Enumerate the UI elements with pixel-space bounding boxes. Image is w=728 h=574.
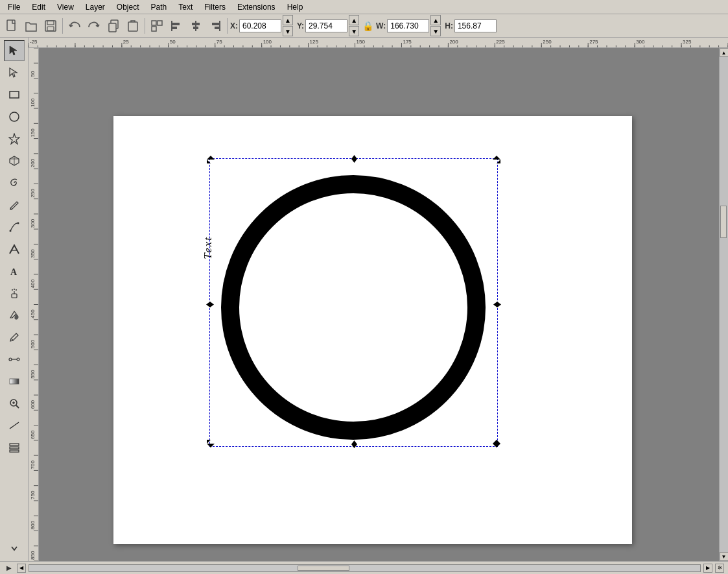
connect-tool-btn[interactable] <box>4 349 25 370</box>
svg-point-51 <box>230 184 476 431</box>
svg-point-28 <box>17 222 19 224</box>
scrollbar-horizontal[interactable] <box>29 564 701 572</box>
svg-rect-6 <box>128 22 137 31</box>
svg-point-33 <box>16 289 17 291</box>
snap-expand-btn[interactable] <box>4 538 25 558</box>
svg-rect-47 <box>10 447 19 449</box>
svg-marker-52 <box>207 156 215 160</box>
3dbox-tool-btn[interactable] <box>4 150 25 171</box>
sel-handle-tr[interactable] <box>493 156 500 165</box>
menu-layer[interactable]: Layer <box>80 2 110 12</box>
y-inc-button[interactable]: ▲ <box>349 15 359 25</box>
svg-marker-55 <box>351 159 357 163</box>
new-button[interactable] <box>3 17 21 35</box>
x-input[interactable] <box>239 19 281 32</box>
menu-help[interactable]: Help <box>282 2 309 12</box>
paste-button[interactable] <box>124 17 142 35</box>
menu-object[interactable]: Object <box>112 2 145 12</box>
snap-button[interactable] <box>148 17 166 35</box>
spray-tool-btn[interactable] <box>4 283 25 304</box>
pen-tool-btn[interactable] <box>4 217 25 237</box>
calligraphy-tool-btn[interactable] <box>4 239 25 259</box>
main-layout: A <box>0 38 728 561</box>
layers-panel-btn[interactable] <box>4 437 25 458</box>
x-label: X: <box>230 21 238 30</box>
svg-rect-38 <box>10 379 19 384</box>
svg-marker-60 <box>497 302 501 307</box>
svg-marker-20 <box>10 68 17 77</box>
menubar: File Edit View Layer Object Path Text Fi… <box>0 0 728 14</box>
redo-button[interactable] <box>85 17 103 35</box>
star-tool-btn[interactable] <box>4 128 25 149</box>
node-tool-btn[interactable] <box>4 62 25 83</box>
sel-handle-tc[interactable] <box>351 155 357 165</box>
menu-path[interactable]: Path <box>146 2 172 12</box>
svg-marker-23 <box>9 134 19 144</box>
svg-text:A: A <box>10 267 18 277</box>
align-right-button[interactable] <box>206 17 224 35</box>
y-input[interactable] <box>305 19 347 32</box>
scroll-left-button[interactable]: ◀ <box>17 564 26 573</box>
scroll-thumb-horizontal[interactable] <box>298 566 349 571</box>
scroll-right-button[interactable]: ▶ <box>703 564 712 573</box>
canvas-area: Text <box>29 38 728 561</box>
sep3 <box>227 18 228 34</box>
menu-edit[interactable]: Edit <box>27 2 51 12</box>
open-button[interactable] <box>22 17 40 35</box>
zoom-tool-btn[interactable] <box>4 393 25 414</box>
w-dec-button[interactable]: ▼ <box>430 26 441 36</box>
menu-filters[interactable]: Filters <box>199 2 231 12</box>
scroll-up-button[interactable]: ▲ <box>720 48 729 57</box>
svg-rect-3 <box>47 27 54 30</box>
fill-tool-btn[interactable] <box>4 305 25 326</box>
svg-rect-15 <box>193 27 198 29</box>
undo-button[interactable] <box>65 17 84 35</box>
x-dec-button[interactable]: ▼ <box>283 26 293 36</box>
text-tool-btn[interactable]: A <box>4 261 25 281</box>
canvas-page: Text <box>113 116 632 544</box>
expand-arrow-btn[interactable]: ▶ <box>4 564 14 571</box>
select-tool-btn[interactable] <box>4 40 25 61</box>
svg-rect-2 <box>47 21 54 25</box>
w-label: W: <box>376 21 386 30</box>
svg-point-31 <box>12 289 13 291</box>
toolbar: X: ▲ ▼ Y: ▲ ▼ 🔒 W: ▲ ▼ H: <box>0 14 728 38</box>
canvas-viewport[interactable]: Text <box>39 48 719 561</box>
spiral-tool-btn[interactable] <box>4 173 25 193</box>
menu-text[interactable]: Text <box>173 2 198 12</box>
scroll-thumb-vertical[interactable] <box>720 206 727 238</box>
pencil-tool-btn[interactable] <box>4 195 25 215</box>
sep2 <box>145 18 145 34</box>
dropper-tool-btn[interactable] <box>4 327 25 348</box>
y-dec-button[interactable]: ▼ <box>349 26 359 36</box>
svg-rect-0 <box>7 20 15 30</box>
align-center-button[interactable] <box>187 17 205 35</box>
svg-point-36 <box>17 358 19 361</box>
svg-point-34 <box>12 339 13 341</box>
corner-snap-icon[interactable]: ✲ <box>715 564 724 573</box>
svg-rect-8 <box>158 21 162 25</box>
menu-extensions[interactable]: Extensions <box>232 2 281 12</box>
y-label: Y: <box>297 21 304 30</box>
menu-view[interactable]: View <box>52 2 79 12</box>
ruler-top-row <box>29 38 728 48</box>
svg-rect-14 <box>192 23 200 25</box>
copy-button[interactable] <box>104 17 123 35</box>
w-inc-button[interactable]: ▲ <box>430 15 441 25</box>
svg-marker-53 <box>207 160 211 163</box>
scroll-down-button[interactable]: ▼ <box>720 552 729 561</box>
circle-tool-btn[interactable] <box>4 106 25 127</box>
align-left-button[interactable] <box>167 17 185 35</box>
svg-rect-17 <box>212 23 220 25</box>
h-input[interactable] <box>454 19 497 32</box>
x-inc-button[interactable]: ▲ <box>283 15 293 25</box>
save-button[interactable] <box>41 17 60 35</box>
measure-tool-btn[interactable] <box>4 415 25 436</box>
svg-rect-18 <box>215 27 220 29</box>
menu-file[interactable]: File <box>3 2 25 12</box>
rect-tool-btn[interactable] <box>4 84 25 105</box>
w-input[interactable] <box>387 19 429 32</box>
svg-rect-21 <box>10 91 19 98</box>
lock-proportions-icon[interactable]: 🔒 <box>362 20 373 32</box>
gradient-tool-btn[interactable] <box>4 371 25 392</box>
